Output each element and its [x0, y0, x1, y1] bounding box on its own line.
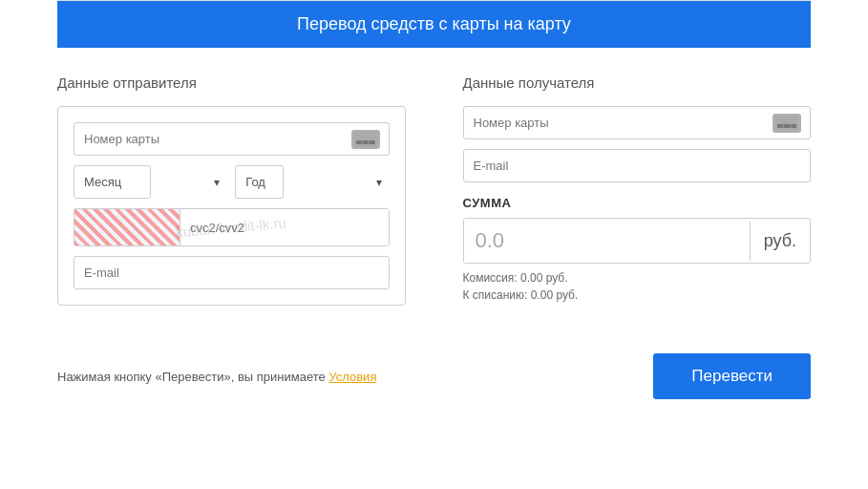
sender-email-wrapper — [74, 256, 390, 289]
recipient-section: Данные получателя — [463, 74, 812, 306]
recipient-card-icon — [773, 114, 801, 133]
amount-row: руб. — [463, 218, 812, 264]
sender-card-input[interactable] — [74, 122, 390, 156]
recipient-form-area: СУММА руб. Комиссия: 0.00 руб. К списани… — [463, 106, 812, 302]
terms-text: Нажимая кнопку «Перевести», вы принимает… — [57, 370, 376, 384]
recipient-card-input[interactable] — [463, 106, 812, 139]
year-wrapper: Год 2024 2025 2026 2027 2028 2029 2030 — [235, 165, 389, 199]
terms-link[interactable]: Условия — [328, 370, 376, 384]
footer-row: Нажимая кнопку «Перевести», вы принимает… — [57, 334, 811, 409]
cvv-stripes — [74, 209, 180, 245]
month-wrapper: Месяц Январь Февраль Март Апрель Май Июн… — [74, 165, 227, 199]
recipient-email-wrapper — [463, 149, 812, 182]
amount-input[interactable] — [464, 219, 750, 263]
terms-static: Нажимая кнопку «Перевести», вы принимает… — [57, 370, 328, 384]
transfer-button[interactable]: Перевести — [653, 353, 811, 399]
sender-email-input[interactable] — [74, 256, 390, 289]
sender-form-box: Месяц Январь Февраль Март Апрель Май Июн… — [57, 106, 406, 306]
expiry-row: Месяц Январь Февраль Март Апрель Май Июн… — [74, 165, 390, 199]
month-select[interactable]: Месяц Январь Февраль Март Апрель Май Июн… — [74, 165, 151, 199]
recipient-email-input[interactable] — [463, 149, 812, 182]
amount-label: СУММА — [463, 196, 812, 210]
sender-title: Данные отправителя — [57, 74, 406, 91]
sender-card-wrapper — [74, 122, 390, 156]
sender-section: Данные отправителя — [57, 74, 406, 306]
cvv-area: kuban-kredit-lk.ru — [74, 208, 390, 246]
fee-label: Комиссия: 0.00 руб. — [463, 271, 812, 285]
cvv-input[interactable] — [180, 209, 389, 245]
page-title: Перевод средств с карты на карту — [57, 1, 811, 48]
year-select[interactable]: Год 2024 2025 2026 2027 2028 2029 2030 — [235, 165, 284, 199]
recipient-title: Данные получателя — [463, 74, 812, 91]
cvv-row: kuban-kredit-lk.ru — [74, 208, 390, 246]
recipient-card-wrapper — [463, 106, 812, 139]
debit-label: К списанию: 0.00 руб. — [463, 288, 812, 302]
currency-label: руб. — [750, 222, 810, 261]
card-icon — [351, 130, 380, 149]
